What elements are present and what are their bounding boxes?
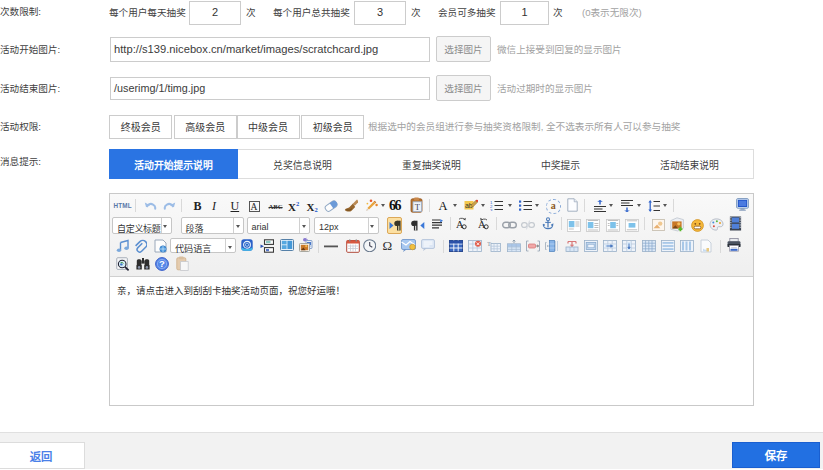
svg-text:T: T [487, 240, 491, 247]
svg-text:?: ? [159, 258, 165, 269]
svg-text:3: 3 [490, 208, 493, 211]
svg-text:T: T [414, 201, 420, 211]
